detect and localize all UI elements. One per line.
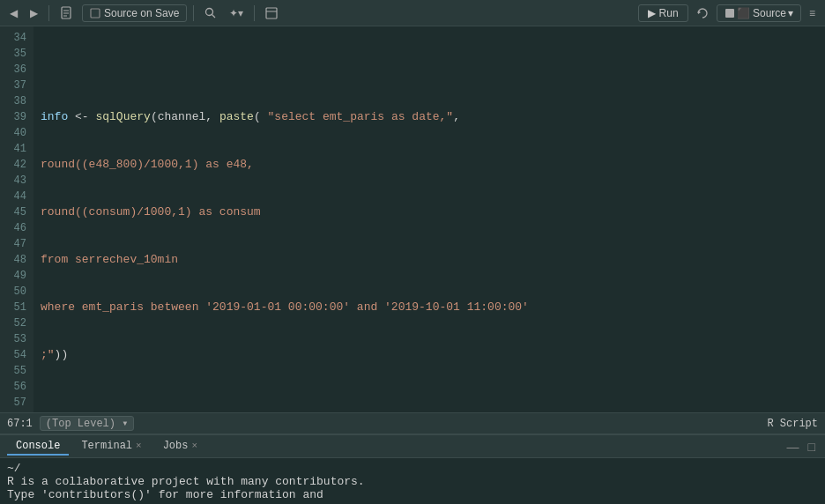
checkbox-icon [90,8,100,19]
more-button[interactable]: ≡ [805,5,820,21]
divider-3 [254,5,255,21]
forward-button[interactable]: ▶ [26,5,42,21]
tab-jobs-close[interactable]: × [191,441,197,451]
svg-point-5 [206,8,213,15]
panel-tabs: Console Terminal × Jobs × — □ [0,435,825,458]
code-line-39: where emt_paris between '2019-01-01 00:0… [41,300,818,315]
console-line-2: Type 'contributors()' for more informati… [7,488,818,501]
layout-icon [265,7,278,19]
new-script-button[interactable] [56,4,78,22]
console-path: ~/ [7,462,21,475]
code-line-36: round((e48_800)/1000,1) as e48, [41,157,818,173]
bottom-panel: Console Terminal × Jobs × — □ ~/ R is a … [0,434,825,504]
divider-2 [193,5,194,21]
top-level-label: (Top Level) [46,418,115,430]
panel-maximize-button[interactable]: □ [806,440,818,454]
source-on-save-button[interactable]: Source on Save [82,4,187,22]
panel-controls: — □ [784,440,818,454]
source-label: ⬛ Source [737,7,786,19]
tab-console-label: Console [16,440,60,452]
svg-marker-9 [698,11,701,14]
source-dropdown-icon: ▾ [788,7,793,19]
cursor-position: 67:1 [7,418,33,430]
tab-terminal-label: Terminal [81,440,132,452]
tab-terminal[interactable]: Terminal × [72,438,150,456]
svg-line-6 [212,14,216,18]
tab-console[interactable]: Console [7,438,69,456]
line-numbers: 34 35 36 37 38 39 40 41 42 43 44 45 46 4… [0,26,33,412]
magic-button[interactable]: ✦▾ [225,5,248,21]
tab-jobs[interactable]: Jobs × [154,438,206,456]
svg-rect-7 [266,8,277,19]
code-line-35: info <- sqlQuery(channel, paste( "select… [41,109,818,125]
code-line-37: round((consum)/1000,1) as consum [41,204,818,220]
back-button[interactable]: ◀ [5,5,22,21]
editor-area: 34 35 36 37 38 39 40 41 42 43 44 45 46 4… [0,26,825,412]
run-button[interactable]: ▶ Run [638,4,688,22]
divider-1 [48,5,49,21]
r-script-label: R Script [767,418,818,430]
code-line-38: from serrechev_10min [41,252,818,268]
top-level-dropdown[interactable]: (Top Level) ▾ [40,416,135,431]
code-line-41 [41,395,818,411]
rerun-icon [696,7,709,19]
tab-terminal-close[interactable]: × [136,441,142,451]
search-icon [204,7,217,19]
new-doc-icon [60,6,74,20]
console-text-1: R is a collaborative project with many c… [7,475,365,488]
svg-rect-10 [725,9,734,18]
extra-button[interactable] [261,5,282,21]
rerun-button[interactable] [692,5,713,21]
editor-toolbar: ◀ ▶ Source on Save ✦▾ ▶ Run ⬛ Source ▾ ≡ [0,0,825,26]
source-icon [725,8,735,19]
console-line-1: R is a collaborative project with many c… [7,475,818,488]
search-button[interactable] [200,5,221,21]
code-line-34 [41,62,818,78]
code-line-40: ;")) [41,347,818,363]
console-content: ~/ R is a collaborative project with man… [0,458,825,504]
level-dropdown-icon: ▾ [122,418,128,430]
source-button[interactable]: ⬛ Source ▾ [717,4,801,22]
panel-minimize-button[interactable]: — [784,440,802,454]
tab-jobs-label: Jobs [163,440,189,452]
status-bar: 67:1 (Top Level) ▾ R Script [0,412,825,434]
run-label: ▶ Run [648,7,678,19]
console-path-line: ~/ [7,462,818,475]
svg-rect-4 [91,9,100,18]
code-editor[interactable]: info <- sqlQuery(channel, paste( "select… [33,26,825,412]
console-text-2: Type 'contributors()' for more informati… [7,488,323,501]
source-on-save-label: Source on Save [104,7,179,19]
